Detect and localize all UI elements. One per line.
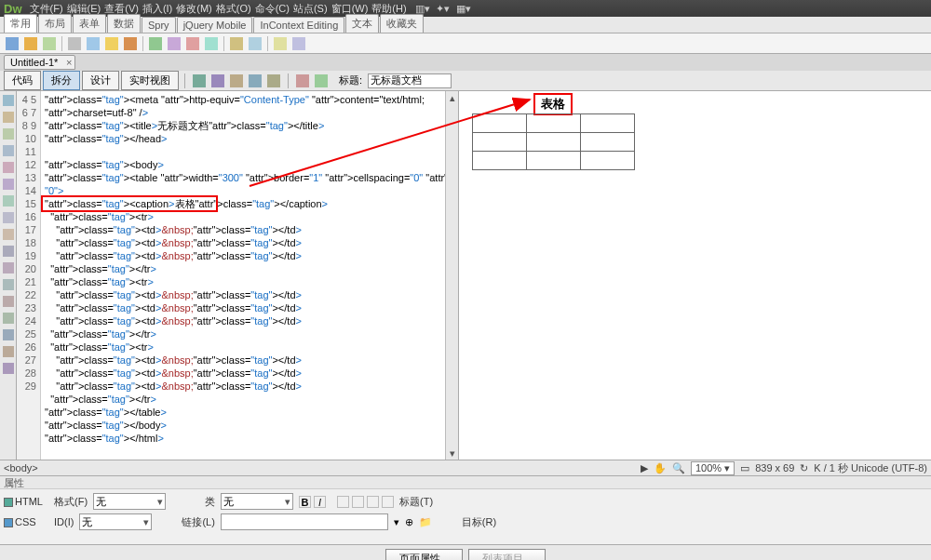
link-input[interactable] <box>221 513 388 530</box>
layout-icon[interactable]: ▥▾ <box>416 2 429 15</box>
scroll-up-icon[interactable]: ▴ <box>446 91 458 104</box>
window-size[interactable]: 839 x 69 <box>755 462 794 473</box>
widget-icon[interactable] <box>149 37 162 50</box>
code-pane[interactable]: 4 5 6 7 8 9 10 11 12 13 14 15 16 17 18 1… <box>17 91 459 460</box>
live-code-icon[interactable] <box>193 74 206 87</box>
insert-tab-jqm[interactable]: jQuery Mobile <box>177 17 253 33</box>
outdent-icon[interactable] <box>3 346 14 357</box>
site-mgr-icon[interactable]: ▦▾ <box>457 2 470 15</box>
insert-tab-form[interactable]: 表单 <box>73 14 106 33</box>
format-select[interactable]: 无 <box>93 493 166 510</box>
hyperlink-icon[interactable] <box>6 37 19 50</box>
media-icon[interactable] <box>124 37 137 50</box>
tag-chooser-icon[interactable] <box>292 37 305 50</box>
zoom-select[interactable]: 100% ▾ <box>691 461 735 475</box>
menu-format[interactable]: 格式(O) <box>216 2 251 16</box>
indent-icon[interactable] <box>3 329 14 340</box>
table-cell[interactable] <box>581 114 635 133</box>
table-cell[interactable] <box>527 152 581 170</box>
css-tab[interactable]: CSS <box>4 516 48 527</box>
view-split-button[interactable]: 拆分 <box>43 71 80 90</box>
indent-prop-icon[interactable] <box>382 496 394 508</box>
insert-tab-layout[interactable]: 布局 <box>38 14 72 33</box>
table-cell[interactable] <box>473 114 527 133</box>
refresh-icon[interactable] <box>267 74 280 87</box>
view-live-button[interactable]: 实时视图 <box>121 71 179 90</box>
email-link-icon[interactable] <box>24 37 37 50</box>
apply-comment-icon[interactable] <box>3 246 14 257</box>
open-docs-icon[interactable] <box>3 95 14 106</box>
table-icon[interactable] <box>68 37 81 50</box>
comment-icon[interactable] <box>205 37 218 50</box>
word-wrap-icon[interactable] <box>3 212 14 223</box>
menu-site[interactable]: 站点(S) <box>293 2 328 16</box>
view-design-button[interactable]: 设计 <box>82 71 119 90</box>
html-tab[interactable]: HTML <box>4 496 48 507</box>
date-icon[interactable] <box>168 37 181 50</box>
wrap-tag-icon[interactable] <box>3 279 14 290</box>
menu-commands[interactable]: 命令(C) <box>255 2 290 16</box>
table-cell[interactable] <box>581 152 635 170</box>
scroll-down-icon[interactable]: ▾ <box>446 447 458 460</box>
class-select[interactable]: 无 <box>221 493 293 510</box>
code-scrollbar[interactable]: ▴ ▾ <box>445 91 458 460</box>
tag-path[interactable]: <body> <box>4 462 38 473</box>
script-icon[interactable] <box>249 37 262 50</box>
menu-insert[interactable]: 插入(I) <box>142 2 172 16</box>
zoom-tool-icon[interactable]: 🔍 <box>672 462 685 474</box>
ol-icon[interactable] <box>352 496 364 508</box>
recent-snippets-icon[interactable] <box>3 296 14 307</box>
line-numbers-icon[interactable] <box>3 179 14 190</box>
balance-braces-icon[interactable] <box>3 162 14 173</box>
syntax-error-icon[interactable] <box>3 229 14 240</box>
templates-icon[interactable] <box>274 37 287 50</box>
link-dropdown-icon[interactable]: ▾ <box>394 516 399 528</box>
id-select[interactable]: 无 <box>79 513 152 530</box>
collapse-icon[interactable] <box>3 112 14 123</box>
multiscreen-icon[interactable] <box>230 74 243 87</box>
bold-icon[interactable]: B <box>299 496 311 508</box>
italic-icon[interactable]: I <box>314 496 326 508</box>
code-body[interactable]: "attr">class="tag"><meta "attr">http-equ… <box>41 91 458 460</box>
move-css-icon[interactable] <box>3 313 14 324</box>
browse-file-icon[interactable]: 📁 <box>419 516 432 528</box>
file-mgmt-icon[interactable] <box>296 74 309 87</box>
insert-tab-ice[interactable]: InContext Editing <box>253 17 344 33</box>
page-properties-button[interactable]: 页面属性... <box>385 549 463 561</box>
format-source-icon[interactable] <box>3 363 14 374</box>
highlight-invalid-icon[interactable] <box>3 195 14 207</box>
validate-icon[interactable] <box>315 74 328 87</box>
pointer-tool-icon[interactable]: ▶ <box>641 462 648 474</box>
inspect-icon[interactable] <box>211 74 224 87</box>
expand-icon[interactable] <box>3 128 14 140</box>
table-cell[interactable] <box>527 114 581 133</box>
div-icon[interactable] <box>87 37 100 50</box>
head-icon[interactable] <box>230 37 243 50</box>
insert-tab-fav[interactable]: 收藏夹 <box>380 14 424 33</box>
ul-icon[interactable] <box>337 496 349 508</box>
properties-title[interactable]: 属性 <box>0 476 931 489</box>
named-anchor-icon[interactable] <box>43 37 56 50</box>
insert-tab-common[interactable]: 常用 <box>4 14 37 33</box>
view-code-button[interactable]: 代码 <box>4 71 41 90</box>
image-icon[interactable] <box>105 37 118 50</box>
window-size-icon[interactable]: ▭ <box>740 462 749 474</box>
hand-tool-icon[interactable]: ✋ <box>654 462 667 474</box>
table-cell[interactable] <box>473 133 527 152</box>
table-cell[interactable] <box>581 133 635 152</box>
document-tab[interactable]: Untitled-1* × <box>4 55 75 70</box>
insert-tab-spry[interactable]: Spry <box>142 17 176 33</box>
select-parent-icon[interactable] <box>3 145 14 156</box>
menu-modify[interactable]: 修改(M) <box>176 2 212 16</box>
ssi-icon[interactable] <box>186 37 199 50</box>
design-table[interactable] <box>472 113 635 170</box>
outdent-prop-icon[interactable] <box>367 496 379 508</box>
design-pane[interactable]: 表格 <box>459 91 931 460</box>
browser-preview-icon[interactable] <box>249 74 262 87</box>
table-cell[interactable] <box>527 133 581 152</box>
insert-tab-data[interactable]: 数据 <box>107 14 141 33</box>
insert-tab-text[interactable]: 文本 <box>345 14 379 33</box>
remove-comment-icon[interactable] <box>3 262 14 273</box>
close-tab-icon[interactable]: × <box>66 57 72 68</box>
point-to-file-icon[interactable]: ⊕ <box>405 516 413 528</box>
